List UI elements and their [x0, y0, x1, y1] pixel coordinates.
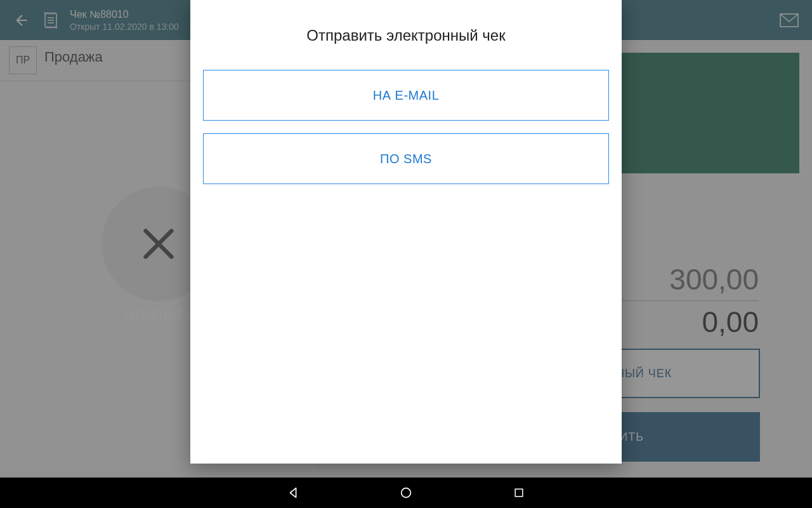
svg-point-4 — [402, 488, 411, 498]
nav-home-button[interactable] — [397, 484, 415, 502]
svg-rect-5 — [515, 489, 523, 497]
send-receipt-modal: Отправить электронный чек НА E-MAIL ПО S… — [190, 0, 622, 464]
send-sms-button[interactable]: ПО SMS — [203, 133, 609, 184]
modal-title: Отправить электронный чек — [190, 27, 622, 44]
nav-back-button[interactable] — [284, 484, 302, 502]
send-email-label: НА E-MAIL — [373, 88, 440, 103]
android-navbar — [0, 478, 812, 508]
send-sms-label: ПО SMS — [380, 152, 432, 166]
square-recent-icon — [513, 486, 525, 499]
send-email-button[interactable]: НА E-MAIL — [203, 70, 609, 121]
triangle-back-icon — [286, 486, 300, 500]
nav-recent-button[interactable] — [510, 484, 528, 502]
circle-home-icon — [399, 486, 413, 500]
